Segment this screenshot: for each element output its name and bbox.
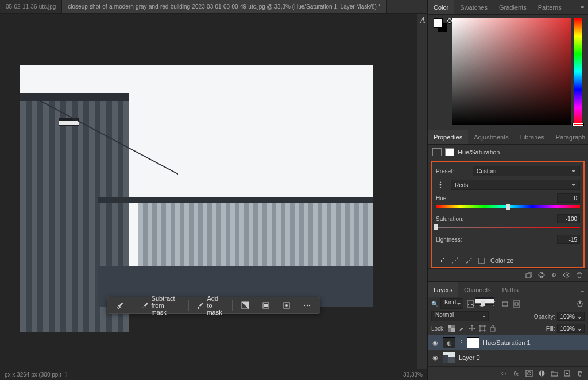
tab-libraries[interactable]: Libraries bbox=[514, 130, 550, 144]
saturation-value[interactable]: -100 bbox=[557, 214, 580, 223]
new-layer-icon[interactable] bbox=[563, 370, 571, 378]
adjustment-type-icon bbox=[432, 148, 442, 156]
hue-slider[interactable] bbox=[436, 203, 580, 211]
invert-mask-button[interactable] bbox=[236, 299, 254, 312]
brush-icon-button[interactable] bbox=[111, 299, 129, 312]
main-area: 05-02-11-36-utc.jpg closeup-shot-of-a-mo… bbox=[0, 0, 427, 380]
tab-paths[interactable]: Paths bbox=[497, 282, 524, 297]
lock-all-icon[interactable] bbox=[489, 324, 497, 332]
filter-search-icon[interactable]: 🔍 bbox=[431, 301, 438, 307]
layer-filter-kind[interactable]: Kind bbox=[440, 298, 463, 309]
tab-patterns[interactable]: Patterns bbox=[532, 0, 567, 14]
layer-style-icon[interactable]: fx bbox=[512, 370, 520, 378]
eye-icon[interactable]: ◉ bbox=[431, 339, 439, 347]
doc-tab-active[interactable]: closeup-shot-of-a-modern-gray-and-red-bu… bbox=[62, 0, 386, 13]
svg-point-11 bbox=[566, 274, 568, 276]
typography-panel-icon[interactable]: A bbox=[417, 14, 427, 28]
layer-name[interactable]: Layer 0 bbox=[459, 354, 480, 361]
canvas-area[interactable]: Subtract from mask Add to mask A bbox=[0, 14, 427, 369]
layer-row-adjustment[interactable]: ◉ ◐ ⋮ Hue/Saturation 1 bbox=[428, 335, 588, 350]
blend-mode-combo[interactable]: Normal bbox=[431, 311, 489, 321]
invert-icon bbox=[241, 301, 250, 310]
filter-pixel-icon[interactable] bbox=[466, 300, 475, 308]
tab-adjustments[interactable]: Adjustments bbox=[468, 130, 514, 144]
hue-strip-thumb[interactable] bbox=[573, 123, 583, 126]
targeted-adjust-icon[interactable] bbox=[436, 181, 445, 189]
lock-transparent-icon[interactable] bbox=[447, 324, 455, 332]
eyedropper-add-icon[interactable] bbox=[451, 257, 459, 265]
add-to-mask-button[interactable]: Add to mask bbox=[192, 299, 229, 312]
properties-panel-tabs: Properties Adjustments Libraries Paragra… bbox=[428, 130, 588, 145]
hue-slider-thumb[interactable] bbox=[506, 204, 510, 210]
layer-row-image[interactable]: ◉ Layer 0 bbox=[428, 350, 588, 365]
link-layers-icon[interactable]: ⇔ bbox=[500, 370, 508, 378]
tab-paragraph[interactable]: Paragraph bbox=[550, 130, 588, 144]
link-icon[interactable]: ⋮ bbox=[459, 340, 463, 346]
svg-point-4 bbox=[285, 304, 288, 307]
svg-rect-15 bbox=[513, 301, 520, 307]
layers-menu-icon[interactable]: ≡ bbox=[577, 282, 588, 297]
view-previous-icon[interactable] bbox=[537, 271, 546, 279]
tab-swatches[interactable]: Swatches bbox=[454, 0, 493, 14]
tab-layers[interactable]: Layers bbox=[428, 282, 458, 297]
lightness-slider[interactable] bbox=[475, 297, 494, 305]
add-label: Add to mask bbox=[207, 295, 224, 316]
filter-smart-icon[interactable] bbox=[512, 300, 521, 308]
hue-label: Hue: bbox=[436, 195, 554, 201]
lock-paint-icon[interactable] bbox=[458, 324, 466, 332]
lightness-slider-thumb[interactable] bbox=[481, 300, 485, 306]
mask-option-b[interactable] bbox=[257, 299, 275, 312]
collapsed-toolbar: A bbox=[417, 14, 427, 369]
lock-move-icon[interactable] bbox=[468, 324, 476, 332]
saturation-slider-thumb[interactable] bbox=[434, 224, 438, 230]
new-group-icon[interactable] bbox=[550, 370, 558, 378]
opacity-value[interactable]: 100%⌄ bbox=[557, 312, 585, 321]
foreground-swatch[interactable] bbox=[434, 18, 443, 28]
hue-strip[interactable] bbox=[574, 18, 582, 125]
channel-combo[interactable]: Reds bbox=[451, 180, 580, 190]
panel-menu-icon[interactable]: ≡ bbox=[577, 0, 588, 14]
mask-option-c[interactable] bbox=[277, 299, 296, 312]
properties-panel: Hue/Saturation Preset: Custom Reds Hue:0 bbox=[428, 145, 588, 282]
eyedropper-icon[interactable] bbox=[437, 257, 445, 265]
tab-channels[interactable]: Channels bbox=[458, 282, 496, 297]
lightness-value[interactable]: -15 bbox=[557, 235, 580, 244]
adjustment-thumb[interactable]: ◐ bbox=[443, 337, 455, 348]
delete-layer-icon[interactable] bbox=[575, 370, 583, 378]
new-adjustment-icon[interactable] bbox=[537, 370, 546, 378]
visibility-icon[interactable] bbox=[563, 271, 571, 279]
eye-icon[interactable]: ◉ bbox=[431, 354, 439, 362]
layers-panel-tabs: Layers Channels Paths ≡ bbox=[428, 282, 588, 297]
svg-rect-16 bbox=[515, 303, 518, 305]
tab-properties[interactable]: Properties bbox=[428, 130, 468, 144]
tab-gradients[interactable]: Gradients bbox=[493, 0, 532, 14]
tab-color[interactable]: Color bbox=[428, 0, 454, 14]
layer-mask-thumb[interactable] bbox=[467, 337, 479, 348]
trash-icon[interactable] bbox=[575, 271, 583, 279]
subtract-from-mask-button[interactable]: Subtract from mask bbox=[137, 299, 185, 312]
colorize-checkbox[interactable] bbox=[478, 258, 485, 264]
colorize-label: Colorize bbox=[490, 257, 513, 264]
eyedropper-subtract-icon[interactable] bbox=[465, 257, 473, 265]
layer-list: ◉ ◐ ⋮ Hue/Saturation 1 ◉ Layer 0 bbox=[428, 334, 588, 366]
layer-name[interactable]: Hue/Saturation 1 bbox=[483, 339, 531, 346]
preset-combo[interactable]: Custom bbox=[473, 166, 580, 176]
filter-shape-icon[interactable] bbox=[500, 300, 509, 308]
fg-bg-swatch[interactable] bbox=[434, 18, 448, 125]
hue-value[interactable]: 0 bbox=[557, 193, 580, 203]
doc-tab-inactive[interactable]: 05-02-11-36-utc.jpg bbox=[0, 0, 62, 13]
document-canvas[interactable] bbox=[20, 65, 373, 307]
layer-thumb[interactable] bbox=[443, 352, 455, 363]
filter-toggle-icon[interactable] bbox=[575, 300, 585, 308]
reset-icon[interactable] bbox=[550, 271, 558, 279]
clip-to-layer-icon[interactable] bbox=[525, 271, 533, 279]
fill-value[interactable]: 100%⌄ bbox=[557, 324, 585, 333]
lock-artboard-icon[interactable] bbox=[478, 324, 486, 332]
saturation-slider[interactable] bbox=[436, 223, 580, 231]
status-chevron-icon[interactable]: 〉 bbox=[65, 371, 71, 379]
zoom-level[interactable]: 33,33% bbox=[403, 371, 423, 378]
color-field[interactable] bbox=[452, 18, 571, 125]
more-options-button[interactable] bbox=[298, 299, 316, 312]
mask-thumb-icon[interactable] bbox=[445, 148, 454, 156]
layer-mask-icon[interactable] bbox=[525, 370, 533, 378]
